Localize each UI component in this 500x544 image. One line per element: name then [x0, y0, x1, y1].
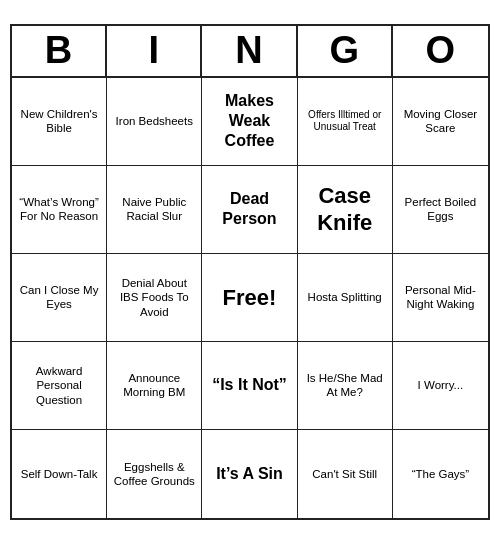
bingo-card: BINGO New Children's BibleIron Bedsheets…	[10, 24, 490, 520]
bingo-cell-8: Case Knife	[298, 166, 393, 254]
bingo-cell-14: Personal Mid-Night Waking	[393, 254, 488, 342]
bingo-cell-1: Iron Bedsheets	[107, 78, 202, 166]
bingo-cell-23: Can't Sit Still	[298, 430, 393, 518]
bingo-cell-24: “The Gays”	[393, 430, 488, 518]
bingo-cell-19: I Worry...	[393, 342, 488, 430]
bingo-cell-10: Can I Close My Eyes	[12, 254, 107, 342]
bingo-cell-18: Is He/She Mad At Me?	[298, 342, 393, 430]
bingo-letter-o: O	[393, 26, 488, 76]
bingo-cell-17: “Is It Not”	[202, 342, 297, 430]
bingo-letter-i: I	[107, 26, 202, 76]
bingo-cell-21: Eggshells & Coffee Grounds	[107, 430, 202, 518]
bingo-cell-5: “What’s Wrong” For No Reason	[12, 166, 107, 254]
bingo-cell-12: Free!	[202, 254, 297, 342]
bingo-cell-20: Self Down-Talk	[12, 430, 107, 518]
bingo-letter-b: B	[12, 26, 107, 76]
bingo-letter-n: N	[202, 26, 297, 76]
bingo-cell-13: Hosta Splitting	[298, 254, 393, 342]
bingo-cell-2: Makes Weak Coffee	[202, 78, 297, 166]
bingo-cell-9: Perfect Boiled Eggs	[393, 166, 488, 254]
bingo-header: BINGO	[12, 26, 488, 78]
bingo-cell-0: New Children's Bible	[12, 78, 107, 166]
bingo-cell-16: Announce Morning BM	[107, 342, 202, 430]
bingo-cell-22: It’s A Sin	[202, 430, 297, 518]
bingo-cell-6: Naive Public Racial Slur	[107, 166, 202, 254]
bingo-cell-15: Awkward Personal Question	[12, 342, 107, 430]
bingo-letter-g: G	[298, 26, 393, 76]
bingo-cell-4: Moving Closer Scare	[393, 78, 488, 166]
bingo-cell-7: Dead Person	[202, 166, 297, 254]
bingo-grid: New Children's BibleIron BedsheetsMakes …	[12, 78, 488, 518]
bingo-cell-11: Denial About IBS Foods To Avoid	[107, 254, 202, 342]
bingo-cell-3: Offers Illtimed or Unusual Treat	[298, 78, 393, 166]
